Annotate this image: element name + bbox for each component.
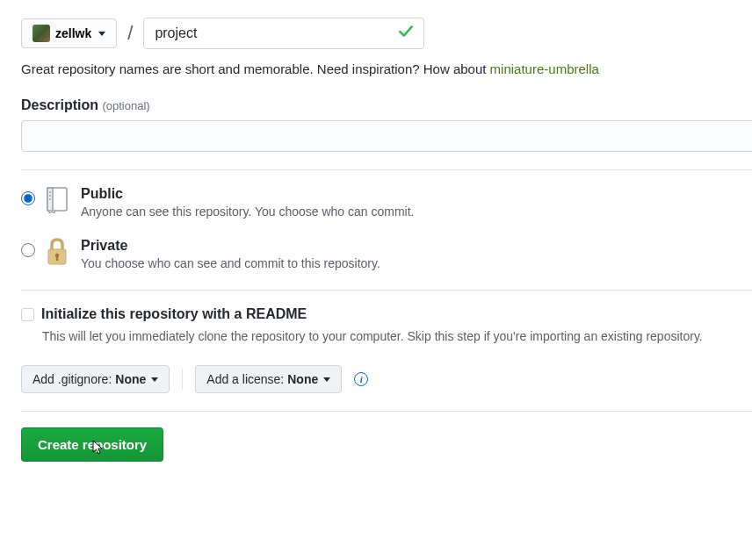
svg-point-3: [49, 195, 51, 197]
info-icon[interactable]: i: [354, 372, 368, 386]
name-helper-text: Great repository names are short and mem…: [21, 61, 752, 76]
name-suggestion-link[interactable]: miniature-umbrella: [490, 61, 599, 76]
private-radio[interactable]: [21, 243, 35, 257]
private-title: Private: [81, 238, 380, 254]
svg-point-4: [49, 198, 51, 200]
vertical-separator: [182, 369, 183, 390]
svg-rect-7: [56, 256, 58, 261]
license-dropdown[interactable]: Add a license: None: [195, 365, 342, 393]
repo-public-icon: [44, 185, 72, 213]
readme-checkbox[interactable]: [21, 308, 34, 321]
visibility-private-option[interactable]: Private You choose who can see and commi…: [21, 238, 752, 270]
caret-down-icon: [98, 32, 105, 36]
path-separator: /: [127, 22, 133, 45]
helper-prefix: Great repository names are short and mem…: [21, 61, 490, 76]
description-input[interactable]: [21, 120, 752, 152]
gitignore-dropdown[interactable]: Add .gitignore: None: [21, 365, 170, 393]
caret-down-icon: [323, 377, 330, 382]
lock-icon: [44, 237, 72, 265]
check-icon: [398, 24, 414, 44]
optional-hint: (optional): [102, 99, 149, 112]
readme-label: Initialize this repository with a README: [41, 306, 307, 322]
owner-select[interactable]: zellwk: [21, 18, 117, 48]
divider: [21, 169, 752, 170]
readme-desc: This will let you immediately clone the …: [42, 327, 752, 346]
owner-username: zellwk: [55, 26, 91, 40]
public-radio[interactable]: [21, 191, 35, 205]
repo-name-input[interactable]: [143, 18, 424, 49]
divider: [21, 290, 752, 291]
private-desc: You choose who can see and commit to thi…: [81, 256, 380, 270]
svg-point-2: [49, 191, 51, 193]
create-repository-button[interactable]: Create repository: [21, 427, 163, 462]
divider: [21, 411, 752, 412]
caret-down-icon: [151, 377, 158, 382]
public-desc: Anyone can see this repository. You choo…: [81, 205, 415, 219]
visibility-public-option[interactable]: Public Anyone can see this repository. Y…: [21, 186, 752, 219]
public-title: Public: [81, 186, 415, 202]
avatar: [33, 25, 50, 42]
description-label: Description (optional): [21, 97, 752, 113]
